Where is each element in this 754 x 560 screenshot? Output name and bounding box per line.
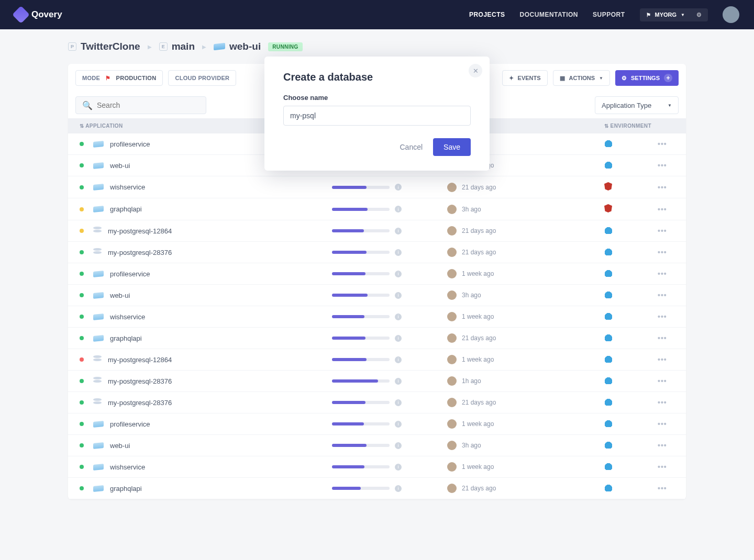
modal-overlay: ✕ Create a database Choose name Cancel S… [0,0,754,560]
cancel-button[interactable]: Cancel [392,139,430,155]
close-button[interactable]: ✕ [469,64,482,77]
modal-title: Create a database [283,71,471,83]
database-name-input[interactable] [283,106,471,126]
close-icon: ✕ [473,67,479,75]
create-database-modal: ✕ Create a database Choose name Cancel S… [264,57,490,171]
name-field-label: Choose name [283,94,471,102]
save-button[interactable]: Save [433,138,471,156]
